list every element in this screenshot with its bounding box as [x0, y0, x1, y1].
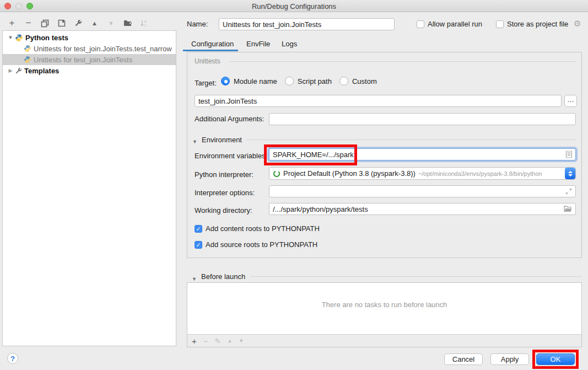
before-launch-collapse-icon[interactable]: ▼ [192, 274, 197, 282]
tab-configuration[interactable]: Configuration [191, 40, 234, 48]
name-label: Name: [187, 20, 208, 28]
target-input[interactable] [195, 95, 562, 107]
copy-configuration-icon[interactable] [40, 19, 50, 28]
python-interpreter-value: Project Default (Python 3.8 (pyspark-3.8… [283, 169, 416, 178]
working-directory-input[interactable] [269, 203, 576, 215]
edit-templates-icon[interactable] [73, 19, 83, 28]
svg-text:a: a [144, 19, 147, 23]
interpreter-options-input[interactable] [269, 185, 576, 197]
tree-item-unittest-jointests[interactable]: Unittests for test_join.JoinTests [3, 54, 176, 65]
tree-item-python-tests[interactable]: ▼ Python tests [3, 32, 176, 43]
tasks-toolbar: + − ✎ ▲ ▼ [187, 334, 581, 347]
interpreter-options-label: Interpreter options: [195, 189, 255, 197]
open-folder-icon[interactable] [564, 206, 572, 212]
checkbox-checked-icon[interactable]: ✓ [195, 241, 202, 249]
sort-configurations-icon: az [139, 19, 149, 28]
browse-target-button[interactable]: … [564, 95, 577, 107]
cancel-button[interactable]: Cancel [444, 353, 483, 365]
edit-task-icon: ✎ [215, 337, 221, 345]
new-folder-icon[interactable] [123, 19, 132, 28]
configuration-panel: Unittests Target: Module name Script pat… [187, 52, 582, 258]
additional-arguments-input[interactable] [269, 113, 576, 125]
python-icon [15, 34, 23, 42]
tree-item-label: Python tests [25, 34, 68, 42]
chevron-collapsed-icon[interactable]: ▶ [7, 68, 14, 73]
store-as-project-file-label: Store as project file [507, 20, 568, 28]
add-source-roots-checkbox[interactable]: ✓ Add source roots to PYTHONPATH [195, 240, 317, 249]
name-input[interactable] [219, 18, 395, 30]
unittests-section-label: Unittests [195, 57, 220, 65]
no-tasks-message: There are no tasks to run before launch [187, 301, 581, 309]
browse-env-vars-icon[interactable] [566, 151, 572, 158]
before-launch-label: Before launch [201, 272, 245, 281]
environment-variables-input[interactable] [269, 148, 576, 160]
window-title: Run/Debug Configurations [0, 2, 588, 10]
radio-script-path[interactable] [285, 77, 294, 85]
working-directory-label: Working directory: [195, 206, 252, 215]
tree-item-label: Unittests for test_join.JoinTests [34, 56, 132, 64]
target-label: Target: [195, 79, 217, 87]
apply-button[interactable]: Apply [490, 353, 529, 365]
tree-item-label: Templates [24, 67, 59, 75]
tree-item-unittest-narrow[interactable]: Unittests for test_join.JoinTests.test_n… [3, 43, 176, 54]
radio-custom-label: Custom [352, 77, 377, 85]
environment-collapse-icon[interactable]: ▼ [192, 137, 197, 145]
save-configuration-icon[interactable] [57, 19, 66, 28]
configurations-tree: ▼ Python tests Unittests for test_join.J… [2, 30, 176, 346]
tree-item-label: Unittests for test_join.JoinTests.test_n… [34, 45, 172, 53]
conda-env-icon [273, 170, 280, 178]
active-tab-indicator [183, 50, 238, 51]
checkbox-checked-icon[interactable]: ✓ [195, 225, 202, 233]
python-icon [24, 45, 31, 52]
checkbox-unchecked-icon[interactable] [417, 20, 424, 28]
move-up-icon[interactable]: ▲ [90, 19, 99, 28]
radio-module-name[interactable] [221, 77, 230, 85]
radio-module-name-label: Module name [234, 77, 277, 85]
svg-text:z: z [144, 23, 146, 27]
environment-variables-label: Environment variables: [195, 152, 267, 160]
section-divider [229, 61, 576, 62]
add-configuration-icon[interactable]: + [7, 19, 17, 28]
section-divider [251, 276, 582, 277]
checkbox-unchecked-icon[interactable] [496, 20, 504, 28]
environment-section-label: Environment [202, 136, 242, 144]
move-task-up-icon: ▲ [227, 338, 232, 344]
move-down-icon: ▼ [106, 19, 116, 28]
run-debug-configurations-dialog: { "window": { "title": "Run/Debug Config… [0, 0, 588, 370]
radio-script-path-label: Script path [298, 77, 332, 85]
store-as-project-file-checkbox[interactable]: Store as project file [496, 20, 568, 28]
add-task-icon[interactable]: + [192, 336, 197, 346]
python-interpreter-path: ~/opt/miniconda3/envs/pyspark-3.8/bin/py… [418, 170, 542, 177]
add-source-roots-label: Add source roots to PYTHONPATH [206, 240, 317, 249]
dropdown-stepper-icon[interactable] [565, 168, 575, 179]
tree-item-templates[interactable]: ▶ Templates [3, 65, 176, 76]
working-directory-field-wrap [269, 203, 576, 215]
add-content-roots-checkbox[interactable]: ✓ Add content roots to PYTHONPATH [195, 224, 320, 233]
wrench-icon [15, 67, 22, 74]
allow-parallel-run-checkbox[interactable]: Allow parallel run [417, 20, 482, 28]
python-interpreter-select[interactable]: Project Default (Python 3.8 (pyspark-3.8… [269, 167, 576, 180]
target-radio-group: Module name Script path Custom [221, 77, 377, 85]
python-icon [24, 56, 31, 63]
add-content-roots-label: Add content roots to PYTHONPATH [206, 224, 320, 233]
move-task-down-icon: ▼ [239, 338, 244, 344]
expand-field-icon[interactable] [565, 188, 572, 195]
tab-logs[interactable]: Logs [282, 40, 297, 48]
interpreter-options-field-wrap [269, 185, 576, 197]
title-bar: Run/Debug Configurations [0, 0, 588, 12]
chevron-expanded-icon[interactable]: ▼ [7, 35, 14, 40]
before-launch-tasks-box: There are no tasks to run before launch … [187, 282, 582, 347]
python-interpreter-label: Python interpreter: [195, 170, 253, 179]
ok-button[interactable]: OK [536, 353, 575, 365]
gear-icon[interactable]: ⚙ [574, 19, 581, 29]
environment-variables-field-wrap [269, 148, 576, 160]
remove-task-icon: − [203, 336, 208, 346]
allow-parallel-run-label: Allow parallel run [428, 20, 482, 28]
configurations-toolbar: + − ▲ ▼ az [7, 18, 149, 28]
remove-configuration-icon[interactable]: − [24, 19, 33, 28]
help-button[interactable]: ? [7, 353, 18, 364]
additional-arguments-label: Additional Arguments: [195, 115, 264, 123]
tab-envfile[interactable]: EnvFile [246, 40, 270, 48]
section-divider [246, 140, 576, 140]
radio-custom[interactable] [339, 77, 348, 85]
